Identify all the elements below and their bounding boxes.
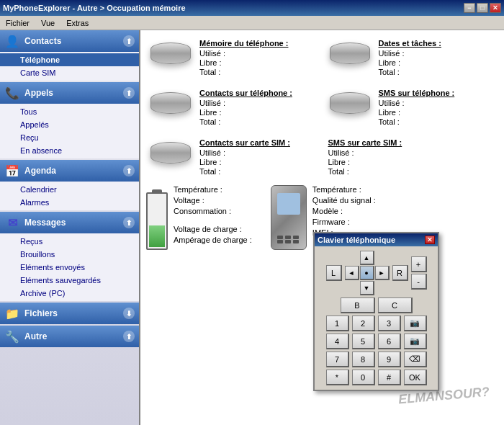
- close-button[interactable]: ✕: [490, 3, 501, 13]
- contacts-sim-total: Total :: [199, 167, 317, 176]
- key-B[interactable]: B: [341, 298, 375, 313]
- sidebar-label-messages: Messages: [24, 218, 66, 228]
- menu-vue[interactable]: Vue: [38, 17, 58, 29]
- nav-right[interactable]: ►: [375, 266, 390, 280]
- sms-phone-cell: SMS sur téléphone : Utilisé : Libre : To…: [325, 86, 499, 130]
- main-layout: 👤 Contacts ⬆ Téléphone Carte SIM 📞 Appel…: [0, 30, 504, 425]
- sidebar-item-recus[interactable]: Reçus: [0, 235, 139, 248]
- sidebar-item-archive[interactable]: Archive (PC): [0, 287, 139, 300]
- key-plus[interactable]: +: [411, 256, 427, 272]
- nav-left[interactable]: ◄: [345, 266, 359, 280]
- sidebar-section-autre: 🔧 Autre ⬆: [0, 326, 139, 347]
- sidebar-label-fichiers: Fichiers: [24, 308, 58, 318]
- sidebar-item-telephone[interactable]: Téléphone: [0, 53, 139, 66]
- sidebar-header-fichiers[interactable]: 📁 Fichiers ⬇: [0, 303, 139, 324]
- sms-phone-info: SMS sur téléphone : Utilisé : Libre : To…: [379, 89, 496, 127]
- sms-sim-used: Utilisé :: [328, 148, 496, 157]
- phone-key: [285, 240, 291, 243]
- disk-icon-memory-phone: [149, 39, 192, 68]
- phone-keypad-area: [277, 236, 300, 243]
- sidebar-item-alarmes[interactable]: Alarmes: [0, 196, 139, 209]
- key-1[interactable]: 1: [326, 316, 349, 331]
- sidebar-header-appels[interactable]: 📞 Appels ⬆: [0, 82, 139, 104]
- memory-phone-total: Total :: [199, 68, 317, 76]
- nav-down[interactable]: ▼: [360, 281, 374, 295]
- sidebar-label-autre: Autre: [24, 331, 47, 341]
- key-8[interactable]: 8: [352, 352, 375, 367]
- battery-fill: [149, 225, 165, 247]
- sidebar: 👤 Contacts ⬆ Téléphone Carte SIM 📞 Appel…: [0, 30, 140, 425]
- sms-sim-cell: SMS sur carte SIM : Utilisé : Libre : To…: [325, 135, 499, 179]
- sidebar-item-recu[interactable]: Reçu: [0, 131, 139, 144]
- sidebar-section-messages: ✉ Messages ⬆ Reçus Brouillons Eléments e…: [0, 212, 139, 301]
- sidebar-label-appels: Appels: [24, 88, 53, 98]
- sidebar-item-en-absence[interactable]: En absence: [0, 144, 139, 157]
- key-cam[interactable]: 📷: [404, 316, 427, 331]
- contacts-sim-info: Contacts sur carte SIM : Utilisé : Libre…: [199, 138, 317, 176]
- sidebar-item-envoyes[interactable]: Eléments envoyés: [0, 261, 139, 274]
- sidebar-item-sauvegardes[interactable]: Eléments sauvegardés: [0, 274, 139, 287]
- sidebar-item-brouillons[interactable]: Brouillons: [0, 248, 139, 261]
- phone-temp-label: Température :: [312, 185, 376, 194]
- disk-shape: [150, 42, 191, 64]
- key-5[interactable]: 5: [352, 334, 375, 349]
- key-star[interactable]: *: [326, 370, 349, 385]
- sms-sim-title: SMS sur carte SIM :: [328, 138, 496, 147]
- key-back[interactable]: ⌫: [404, 352, 427, 367]
- sidebar-item-carte-sim[interactable]: Carte SIM: [0, 66, 139, 79]
- dates-tasks-total: Total :: [379, 68, 496, 76]
- key-6[interactable]: 6: [378, 334, 401, 349]
- sidebar-items-contacts: Téléphone Carte SIM: [0, 52, 139, 81]
- sms-sim-free: Libre :: [328, 158, 496, 166]
- sidebar-item-tous[interactable]: Tous: [0, 105, 139, 118]
- key-C[interactable]: C: [378, 298, 413, 313]
- sidebar-header-agenda[interactable]: 📅 Agenda ⬆: [0, 160, 139, 182]
- key-R[interactable]: R: [392, 265, 408, 281]
- key-ok[interactable]: OK: [404, 370, 427, 385]
- sms-sim-total: Total :: [328, 167, 496, 176]
- contacts-sim-free: Libre :: [199, 158, 317, 166]
- dates-tasks-used: Utilisé :: [379, 49, 496, 58]
- key-7[interactable]: 7: [326, 352, 349, 367]
- menu-extras[interactable]: Extras: [63, 17, 91, 29]
- key-minus[interactable]: -: [411, 274, 427, 290]
- key-hash[interactable]: #: [378, 370, 401, 385]
- menu-fichier[interactable]: Fichier: [3, 17, 32, 29]
- key-0[interactable]: 0: [352, 370, 375, 385]
- sidebar-section-agenda: 📅 Agenda ⬆ Calendrier Alarmes: [0, 160, 139, 210]
- sidebar-item-calendrier[interactable]: Calendrier: [0, 183, 139, 196]
- nav-center[interactable]: ●: [360, 266, 374, 280]
- key-4[interactable]: 4: [326, 334, 349, 349]
- memory-phone-info: Mémoire du téléphone : Utilisé : Libre :…: [199, 39, 317, 77]
- dialog-title: Clavier téléphonique: [318, 236, 395, 244]
- phone-key: [293, 240, 299, 243]
- contacts-phone-free: Libre :: [199, 108, 317, 117]
- phone-key: [293, 236, 299, 239]
- chevron-fichiers: ⬇: [123, 308, 135, 319]
- key-3[interactable]: 3: [378, 316, 401, 331]
- minimize-button[interactable]: −: [464, 3, 475, 13]
- battery-temp-label: Température :: [174, 185, 252, 194]
- battery-icon: [146, 192, 168, 250]
- sidebar-label-agenda: Agenda: [24, 166, 56, 176]
- memory-phone-used: Utilisé :: [199, 49, 317, 58]
- disk-shape-sms-phone: [330, 92, 370, 114]
- sms-sim-info: SMS sur carte SIM : Utilisé : Libre : To…: [328, 138, 496, 176]
- sidebar-header-messages[interactable]: ✉ Messages ⬆: [0, 212, 139, 233]
- key-media[interactable]: 📷: [404, 334, 427, 349]
- disk-icon-dates: [328, 39, 372, 68]
- dialog-close-button[interactable]: ✕: [425, 236, 435, 244]
- nav-up[interactable]: ▲: [360, 251, 374, 265]
- maximize-button[interactable]: □: [477, 3, 488, 13]
- key-9[interactable]: 9: [378, 352, 401, 367]
- sidebar-header-autre[interactable]: 🔧 Autre ⬆: [0, 326, 139, 347]
- key-L[interactable]: L: [326, 265, 342, 281]
- key-2[interactable]: 2: [352, 316, 375, 331]
- contacts-phone-total: Total :: [199, 117, 317, 126]
- messages-icon: ✉: [4, 215, 20, 231]
- dates-tasks-cell: Dates et tâches : Utilisé : Libre : Tota…: [325, 36, 499, 80]
- sidebar-header-contacts[interactable]: 👤 Contacts ⬆: [0, 30, 139, 52]
- sidebar-label-contacts: Contacts: [24, 36, 61, 46]
- sidebar-item-appeles[interactable]: Appelés: [0, 118, 139, 131]
- chevron-contacts: ⬆: [123, 35, 135, 47]
